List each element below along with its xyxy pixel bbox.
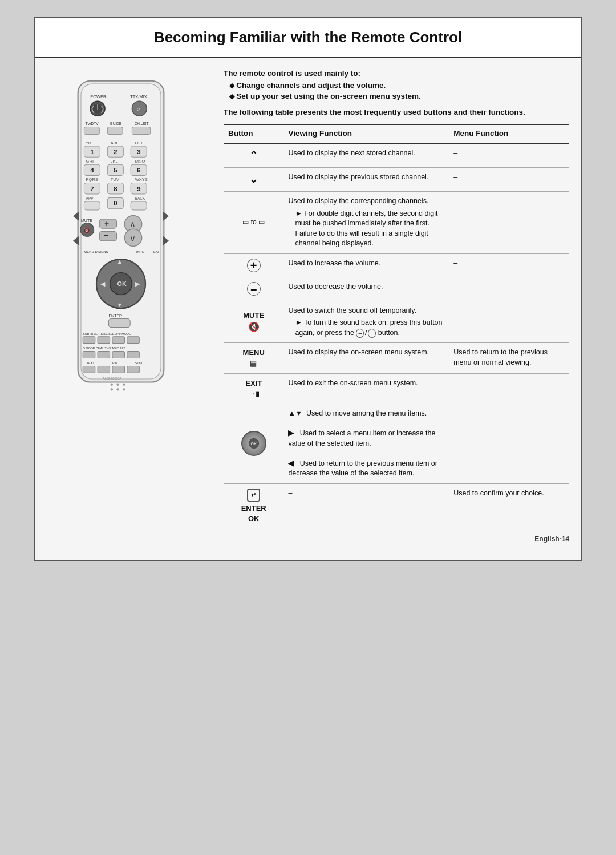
- svg-text:AA59-00285A: AA59-00285A: [103, 377, 122, 380]
- svg-text:POWER: POWER: [90, 94, 107, 99]
- svg-text:0: 0: [114, 199, 117, 207]
- svg-text:::B: ::B: [86, 140, 91, 146]
- chevron-up-icon: ⌃: [249, 150, 258, 161]
- svg-rect-80: [127, 352, 140, 358]
- table-row: ▭ to ▭ Used to display the corresponding…: [224, 192, 569, 254]
- table-row: MUTE 🔇 Used to switch the sound off temp…: [224, 301, 569, 343]
- page: Becoming Familiar with the Remote Contro…: [0, 0, 616, 855]
- svg-text:INFO: INFO: [136, 250, 145, 253]
- page-number: English-14: [534, 535, 569, 543]
- svg-text:2: 2: [137, 106, 140, 112]
- button-menu: MENU ▤: [224, 343, 283, 373]
- col-header-button: Button: [224, 124, 283, 143]
- menu-digits: [449, 192, 569, 254]
- svg-point-92: [111, 388, 113, 390]
- button-exit: EXIT →▮: [224, 373, 283, 404]
- view-nav: ▲▼ Used to move among the menu items. ▶ …: [283, 404, 449, 484]
- menu-vol-down: –: [449, 277, 569, 301]
- svg-rect-70: [108, 319, 130, 328]
- svg-text:∧: ∧: [129, 219, 136, 229]
- view-ch-up: Used to display the next stored channel.: [283, 143, 449, 168]
- svg-text:4: 4: [90, 166, 94, 174]
- button-ch-up: ⌃: [224, 143, 283, 168]
- svg-text:🔇: 🔇: [83, 227, 91, 234]
- enter-label: ENTER: [228, 503, 279, 514]
- svg-text:WXYZ: WXYZ: [135, 177, 148, 182]
- svg-text:S.MODE DUAL TV/RADIO ALT: S.MODE DUAL TV/RADIO ALT: [83, 346, 125, 350]
- svg-text:9: 9: [137, 185, 141, 193]
- svg-rect-46: [131, 201, 147, 210]
- svg-text:MUTE: MUTE: [81, 219, 92, 223]
- nav-circle-icon: OK: [241, 431, 266, 456]
- svg-text:DEF: DEF: [135, 140, 144, 146]
- svg-rect-79: [112, 352, 125, 358]
- svg-text:APP: APP: [86, 196, 94, 200]
- svg-text:∨: ∨: [129, 233, 136, 243]
- svg-rect-72: [83, 337, 95, 344]
- button-enter: ↵ ENTER OK: [224, 483, 283, 529]
- intro-bullet-2: Set up your set using the on-screen menu…: [229, 92, 569, 100]
- intro-section: The remote control is used mainly to: Ch…: [224, 69, 569, 100]
- svg-text:6: 6: [137, 166, 141, 174]
- mute-label: MUTE: [228, 310, 279, 321]
- intro-main-label: The remote control is used mainly to:: [224, 69, 569, 78]
- svg-text:PQRS: PQRS: [86, 177, 98, 182]
- svg-text:PIP: PIP: [112, 361, 117, 365]
- svg-text:7: 7: [90, 185, 94, 193]
- svg-text:3: 3: [137, 148, 141, 156]
- intro-bullet-1: Change channels and adjust the volume.: [229, 81, 569, 90]
- view-digits: Used to display the corresponding channe…: [283, 192, 449, 254]
- table-row: OK ▲▼ Used to move among the menu items.…: [224, 404, 569, 484]
- exit-icon: →▮: [228, 389, 279, 399]
- footer-section: English-14: [35, 529, 581, 543]
- svg-text:BACK: BACK: [135, 196, 145, 200]
- svg-text:5: 5: [114, 166, 117, 174]
- svg-text:TEXT: TEXT: [87, 361, 95, 365]
- svg-text:STILL: STILL: [135, 361, 143, 365]
- svg-rect-73: [98, 337, 110, 344]
- svg-text:1: 1: [90, 148, 94, 156]
- ok-label: OK: [228, 514, 279, 524]
- svg-text:JKL: JKL: [111, 159, 118, 164]
- remote-column: POWER TTX/MIX 2 TV/DTV GUIDE: [47, 69, 206, 529]
- page-title: Becoming Familiar with the Remote Contro…: [52, 29, 564, 46]
- svg-text:MENU D.MENU: MENU D.MENU: [84, 250, 108, 253]
- svg-point-90: [116, 384, 119, 386]
- menu-mute: [449, 301, 569, 343]
- col-header-viewing: Viewing Function: [283, 124, 449, 143]
- minus-icon: –: [247, 282, 261, 296]
- mute-icon: 🔇: [228, 321, 279, 333]
- svg-text:CH.LIST: CH.LIST: [135, 122, 149, 126]
- svg-text:▲: ▲: [116, 258, 123, 265]
- svg-point-94: [123, 388, 125, 390]
- view-enter: –: [283, 483, 449, 529]
- svg-text:▶: ▶: [135, 280, 140, 287]
- remote-image: POWER TTX/MIX 2 TV/DTV GUIDE: [64, 75, 189, 529]
- remote-control-svg: POWER TTX/MIX 2 TV/DTV GUIDE: [64, 75, 178, 394]
- svg-point-89: [111, 384, 113, 386]
- svg-text:GHI: GHI: [86, 159, 94, 164]
- menu-ch-down: –: [449, 167, 569, 191]
- function-table: Button Viewing Function Menu Function ⌃ …: [224, 124, 569, 530]
- svg-text:TUV: TUV: [111, 177, 119, 182]
- table-row: ⌃ Used to display the next stored channe…: [224, 143, 569, 168]
- intro-bullets: Change channels and adjust the volume. S…: [224, 81, 569, 100]
- svg-marker-96: [73, 236, 79, 245]
- svg-text:EXIT: EXIT: [153, 250, 161, 253]
- svg-rect-12: [84, 127, 99, 135]
- svg-point-93: [116, 388, 119, 390]
- menu-menu: Used to return to the previous menu or n…: [449, 343, 569, 373]
- svg-text:SUBTITLE P.SIZE SLEEP P.MODE: SUBTITLE P.SIZE SLEEP P.MODE: [83, 332, 131, 336]
- svg-text:◀: ◀: [100, 280, 106, 287]
- button-ch-down: ⌄: [224, 167, 283, 191]
- table-row: ⌄ Used to display the previous stored ch…: [224, 167, 569, 191]
- svg-marker-98: [163, 236, 169, 245]
- table-row: MENU ▤ Used to display the on-screen men…: [224, 343, 569, 373]
- table-row: – Used to decrease the volume. –: [224, 277, 569, 301]
- menu-nav: [449, 404, 569, 484]
- table-header-row: Button Viewing Function Menu Function: [224, 124, 569, 143]
- chevron-down-icon: ⌄: [249, 174, 258, 185]
- svg-rect-78: [98, 352, 110, 358]
- svg-text:OK: OK: [117, 280, 127, 287]
- button-vol-down: –: [224, 277, 283, 301]
